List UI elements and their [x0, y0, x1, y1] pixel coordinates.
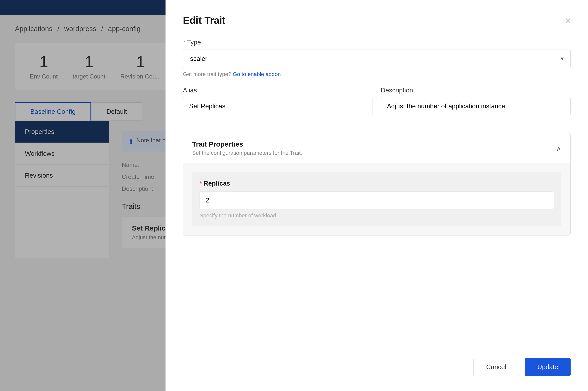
modal-footer: Cancel Update [183, 348, 571, 376]
type-label: * Type [183, 38, 571, 46]
hint-text: Get more trait type? [183, 71, 231, 77]
trait-properties-header-text: Trait Properties Set the configuration p… [192, 140, 302, 156]
alias-label: Alias [183, 87, 373, 94]
type-hint: Get more trait type? Go to enable addon [183, 71, 571, 78]
cancel-button[interactable]: Cancel [473, 358, 519, 376]
replicas-hint: Specify the number of workload [200, 212, 554, 219]
replicas-field: * Replicas Specify the number of workloa… [192, 172, 561, 226]
type-select-wrapper: scaler ▾ [183, 49, 571, 68]
alias-input[interactable] [183, 97, 373, 115]
update-button[interactable]: Update [525, 358, 571, 376]
description-input[interactable] [381, 97, 571, 115]
type-label-text: Type [187, 38, 201, 46]
description-label: Description [381, 87, 571, 94]
type-field: * Type scaler ▾ Get more trait type? Go … [183, 38, 571, 78]
replicas-input[interactable] [200, 191, 554, 209]
alias-field: Alias [183, 87, 373, 115]
modal-drawer: Edit Trait × * Type scaler ▾ Get more tr… [165, 0, 588, 391]
modal-title: Edit Trait [183, 15, 226, 26]
chevron-up-icon: ∧ [556, 144, 561, 153]
alias-description-row: Alias Description [183, 87, 571, 124]
trait-properties-section: Trait Properties Set the configuration p… [183, 133, 571, 235]
type-required-star: * [183, 38, 185, 46]
replicas-label-text: Replicas [204, 180, 230, 187]
trait-properties-title: Trait Properties [192, 140, 302, 148]
enable-addon-link[interactable]: Go to enable addon [233, 71, 281, 77]
type-select[interactable]: scaler [183, 49, 571, 68]
replicas-label: * Replicas [200, 180, 554, 187]
form-section: * Type scaler ▾ Get more trait type? Go … [183, 38, 571, 343]
modal-header: Edit Trait × [183, 15, 571, 26]
close-button[interactable]: × [565, 16, 571, 25]
description-field: Description [381, 87, 571, 115]
trait-properties-header[interactable]: Trait Properties Set the configuration p… [183, 133, 570, 163]
trait-properties-subtitle: Set the configuration parameters for the… [192, 150, 302, 156]
trait-properties-body: * Replicas Specify the number of workloa… [183, 163, 570, 235]
replicas-required-star: * [200, 180, 202, 187]
